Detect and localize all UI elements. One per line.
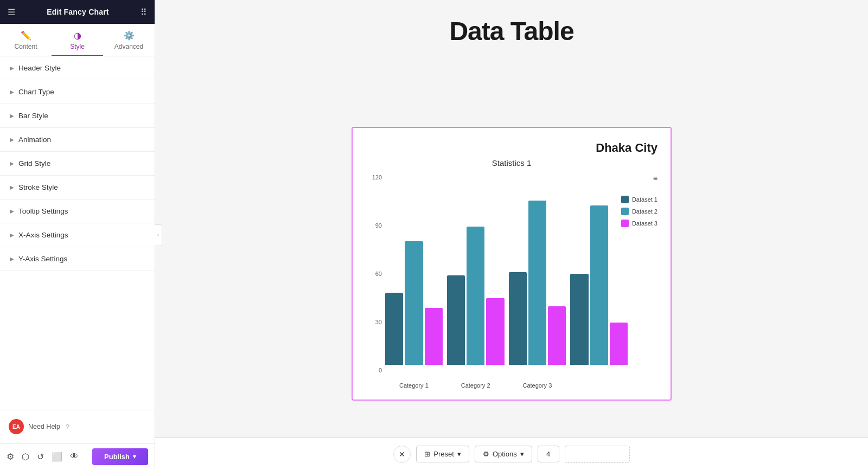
legend-swatch-1: [621, 196, 629, 203]
bottom-spacer: [565, 446, 630, 463]
chart-legend: Dataset 1 Dataset 2 Dataset 3: [621, 196, 658, 227]
bar-cat4-d1: 56: [570, 274, 588, 365]
help-avatar: EA: [9, 419, 24, 434]
help-question-icon: ?: [66, 423, 69, 431]
publish-button[interactable]: Publish ▾: [92, 448, 148, 465]
publish-label: Publish: [104, 453, 130, 461]
chart-city-label: Dhaka City: [366, 141, 658, 155]
arrow-icon: ▶: [10, 208, 14, 214]
accordion-stroke-style[interactable]: ▶ Stroke Style: [0, 176, 155, 199]
arrow-icon: ▶: [10, 232, 14, 238]
publish-chevron-icon: ▾: [133, 453, 136, 460]
y-label: 90: [375, 222, 382, 229]
options-label: Options: [493, 450, 517, 458]
bar-value: 101: [533, 191, 542, 197]
arrow-icon: ▶: [10, 256, 14, 262]
legend-item-3: Dataset 3: [621, 220, 658, 227]
grid-icon[interactable]: ⠿: [141, 7, 147, 17]
tab-style[interactable]: ◑ Style: [52, 27, 103, 56]
accordion-y-axis[interactable]: ▶ Y-Axis Settings: [0, 247, 155, 271]
style-icon: ◑: [74, 30, 81, 41]
tabs-row: ✏️ Content ◑ Style ⚙️ Advanced: [0, 24, 155, 56]
accordion-label: Y-Axis Settings: [18, 255, 67, 263]
arrow-icon: ▶: [10, 65, 14, 71]
tab-content[interactable]: ✏️ Content: [0, 27, 52, 56]
bar-cat2-d3: 41: [486, 298, 504, 365]
layers-icon[interactable]: ⬡: [22, 452, 29, 462]
legend-label-2: Dataset 2: [632, 208, 658, 215]
settings-icon[interactable]: ⚙: [7, 452, 14, 462]
legend-item-2: Dataset 2: [621, 208, 658, 215]
sidebar-header: ☰ Edit Fancy Chart ⠿: [0, 0, 155, 24]
accordion-tooltip-settings[interactable]: ▶ Tooltip Settings: [0, 199, 155, 223]
bar-value: 85: [473, 217, 478, 223]
bottom-bar: ✕ ⊞ Preset ▾ ⚙ Options ▾ 4: [155, 437, 868, 470]
y-label: 0: [379, 367, 382, 374]
bar-cat1-d3: 35: [425, 308, 443, 365]
bar-cat3-d1: 57: [509, 272, 527, 365]
chart-plot: ≡ 44 76: [385, 174, 658, 389]
chart-y-axis: 120 90 60 30 0: [366, 174, 385, 389]
page-title-area: Data Table: [155, 0, 868, 57]
accordion-label: Animation: [18, 136, 51, 144]
arrow-icon: ▶: [10, 184, 14, 190]
preview-icon[interactable]: 👁: [70, 452, 79, 462]
bar-value: 98: [596, 196, 602, 202]
accordion-x-axis[interactable]: ▶ X-Axis Settings: [0, 223, 155, 247]
chart-subtitle: Statistics 1: [366, 158, 658, 168]
y-label: 120: [372, 174, 382, 181]
tab-advanced-label: Advanced: [114, 43, 143, 50]
legend-label-3: Dataset 3: [632, 220, 658, 227]
arrow-icon: ▶: [10, 113, 14, 119]
x-axis-labels: Category 1 Category 2 Category 3: [385, 380, 658, 389]
bar-value: 36: [554, 297, 560, 302]
bottom-close-button[interactable]: ✕: [393, 446, 411, 463]
accordion-label: Tooltip Settings: [18, 207, 68, 215]
accordion-animation[interactable]: ▶ Animation: [0, 128, 155, 152]
help-label: Need Help: [28, 423, 60, 430]
accordion-bar-style[interactable]: ▶ Bar Style: [0, 104, 155, 128]
bar-value: 76: [411, 231, 417, 237]
arrow-icon: ▶: [10, 89, 14, 95]
y-label: 60: [375, 271, 382, 277]
help-section[interactable]: EA Need Help ?: [0, 410, 155, 443]
preset-label: Preset: [433, 450, 454, 458]
options-button[interactable]: ⚙ Options ▾: [475, 446, 532, 462]
accordion-label: Grid Style: [18, 159, 50, 168]
accordion-label: Chart Type: [18, 88, 54, 96]
close-icon: ✕: [399, 450, 405, 459]
accordion-list: ▶ Header Style ▶ Chart Type ▶ Bar Style …: [0, 56, 155, 410]
tab-content-label: Content: [14, 43, 37, 50]
options-gear-icon: ⚙: [483, 450, 489, 458]
bar-value: 41: [492, 288, 498, 294]
accordion-header-style[interactable]: ▶ Header Style: [0, 56, 155, 80]
x-label-4: [570, 380, 628, 389]
content-icon: ✏️: [21, 30, 31, 41]
main-content: Data Table Dhaka City Statistics 1 120 9…: [155, 0, 868, 470]
x-label-1: Category 1: [385, 380, 443, 389]
bar-cat2-d1: 55: [447, 275, 465, 365]
chart-container: Dhaka City Statistics 1 120 90 60 30 0 ≡: [352, 127, 672, 401]
category-group-3: 57 101 36: [509, 201, 566, 365]
collapse-sidebar-handle[interactable]: ‹: [155, 224, 162, 246]
bar-cat2-d2: 85: [467, 227, 484, 365]
responsive-icon[interactable]: ⬜: [52, 452, 62, 462]
category-group-1: 44 76 35: [385, 241, 443, 365]
options-chevron-icon: ▾: [520, 450, 524, 458]
accordion-chart-type[interactable]: ▶ Chart Type: [0, 80, 155, 104]
preset-button[interactable]: ⊞ Preset ▾: [416, 446, 469, 462]
legend-swatch-3: [621, 220, 629, 227]
accordion-label: Bar Style: [18, 112, 48, 120]
sidebar-title: Edit Fancy Chart: [47, 8, 108, 16]
chart-area: 120 90 60 30 0 ≡ 44: [366, 174, 658, 389]
tab-advanced[interactable]: ⚙️ Advanced: [103, 27, 155, 56]
page-number: 4: [538, 446, 559, 462]
hamburger-menu-icon[interactable]: ☰: [8, 7, 15, 17]
accordion-label: Header Style: [18, 64, 61, 72]
preset-chevron-icon: ▾: [457, 450, 461, 458]
undo-icon[interactable]: ↺: [37, 452, 44, 462]
bars-area: 44 76 35: [385, 174, 658, 380]
bar-cat1-d2: 76: [405, 241, 423, 365]
accordion-grid-style[interactable]: ▶ Grid Style: [0, 152, 155, 176]
bar-cat4-d2: 98: [590, 205, 608, 365]
